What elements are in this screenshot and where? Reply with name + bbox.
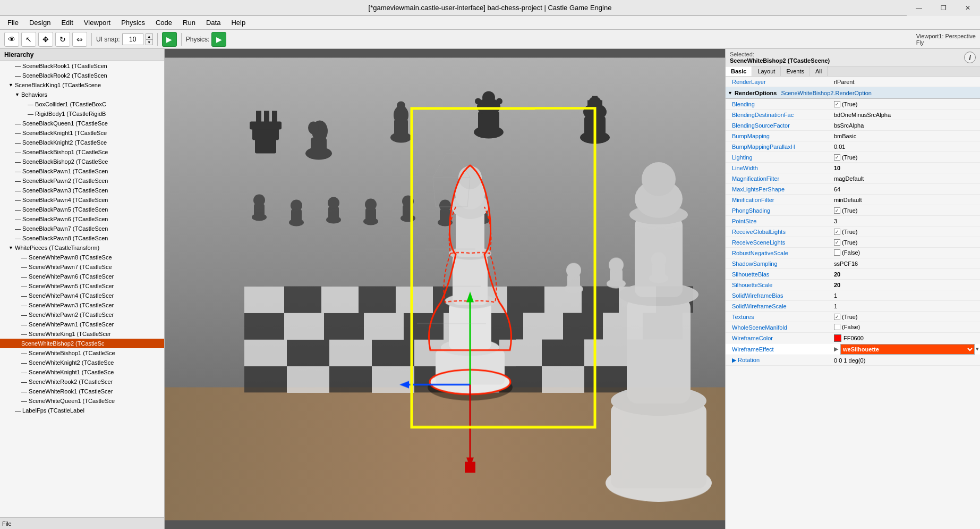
tree-item-SceneWhitePawn8[interactable]: — SceneWhitePawn8 (TCastleSce (0, 253, 164, 262)
menu-physics[interactable]: Physics (116, 17, 150, 28)
prop-bump-parallax[interactable]: BumpMappingParallaxH 0.01 (726, 141, 980, 152)
move-tool-button[interactable]: ✥ (38, 32, 53, 47)
tree-item-SceneWhitePawn4[interactable]: — SceneWhitePawn4 (TCastleScer (0, 291, 164, 300)
eye-tool-button[interactable]: 👁 (4, 32, 19, 47)
tree-item-SceneWhitePawn7[interactable]: — SceneWhitePawn7 (TCastleSce (0, 262, 164, 272)
menu-help[interactable]: Help (226, 17, 251, 28)
select-tool-button[interactable]: ↖ (21, 32, 36, 47)
prop-bump-mapping[interactable]: BumpMapping bmBasic (726, 131, 980, 141)
prop-receive-scene[interactable]: ReceiveSceneLights ✓(True) (726, 237, 980, 248)
tab-events[interactable]: Events (781, 66, 810, 76)
tree-item-SceneWhitePawn2[interactable]: — SceneWhitePawn2 (TCastleScer (0, 310, 164, 320)
prop-textures[interactable]: Textures ✓(True) (726, 312, 980, 322)
prop-min-filter[interactable]: MinificationFilter minDefault (726, 195, 980, 205)
receive-global-checkbox[interactable]: ✓ (834, 229, 840, 235)
menu-data[interactable]: Data (201, 17, 226, 28)
wireframe-color-swatch[interactable] (834, 334, 841, 342)
wireframe-effect-select[interactable]: weSilhouette weNone weSolidWireframe weW… (840, 344, 975, 355)
tree-item-BoxCollider1[interactable]: — BoxCollider1 (TCastleBoxC (0, 99, 164, 109)
tree-item-SceneBlackPawn5[interactable]: — SceneBlackPawn5 (TCastleScen (0, 205, 164, 214)
tree-item-SceneWhitePawn1[interactable]: — SceneWhitePawn1 (TCastleScer (0, 320, 164, 329)
tree-item-SceneWhitePawn5[interactable]: — SceneWhitePawn5 (TCastleScer (0, 281, 164, 291)
snap-down-btn[interactable]: ▼ (146, 39, 153, 45)
menu-file[interactable]: File (2, 17, 24, 28)
menu-edit[interactable]: Edit (56, 17, 78, 28)
close-button[interactable]: ✕ (956, 0, 980, 16)
prop-receive-global[interactable]: ReceiveGlobalLights ✓(True) (726, 226, 980, 237)
physics-play-button[interactable]: ▶ (211, 32, 226, 47)
ui-snap-input[interactable] (122, 33, 143, 45)
prop-robust-negative[interactable]: RobustNegativeScale (False) (726, 248, 980, 258)
maximize-button[interactable]: ❐ (931, 0, 956, 16)
minimize-button[interactable]: — (907, 0, 931, 16)
prop-wireframe-color[interactable]: WireframeColor FF0600 (726, 333, 980, 343)
prop-solid-wire-bias[interactable]: SolidWireframeBias 1 (726, 290, 980, 301)
tree-item-SceneBlackBishop2[interactable]: — SceneBlackBishop2 (TCastleSce (0, 157, 164, 166)
tree-item-SceneWhitePawn6[interactable]: — SceneWhitePawn6 (TCastleScer (0, 272, 164, 281)
tree-item-SceneWhiteBishop1[interactable]: — SceneWhiteBishop1 (TCastleSce (0, 348, 164, 358)
props-content[interactable]: RenderLayer rlParent ▼ RenderOptions Sce… (726, 77, 980, 529)
tree-item-SceneBlackPawn3[interactable]: — SceneBlackPawn3 (TCastleScen (0, 186, 164, 195)
tree-item-SceneBlackKnight2[interactable]: — SceneBlackKnight2 (TCastleSce (0, 138, 164, 147)
tree-item-SceneBlackKing1[interactable]: ▼ SceneBlackKing1 (TCastleScene (0, 80, 164, 90)
prop-whole-scene[interactable]: WholeSceneManifold (False) (726, 322, 980, 333)
menu-code[interactable]: Code (150, 17, 177, 28)
prop-wireframe-effect[interactable]: WireframeEffect ▶ weSilhouette weNone we… (726, 343, 980, 355)
tree-item-SceneBlackKnight1[interactable]: — SceneBlackKnight1 (TCastleSce (0, 128, 164, 138)
prop-point-size[interactable]: PointSize 3 (726, 216, 980, 226)
prop-line-width[interactable]: LineWidth 10 (726, 163, 980, 173)
tree-item-WhitePieces[interactable]: ▼ WhitePieces (TCastleTransform) (0, 243, 164, 253)
tree-item-SceneBlackPawn7[interactable]: — SceneBlackPawn7 (TCastleScen (0, 224, 164, 233)
tree-item-SceneWhiteBishop2[interactable]: SceneWhiteBishop2 (TCastleSc (0, 339, 164, 348)
prop-phong[interactable]: PhongShading ✓(True) (726, 205, 980, 216)
tree-item-SceneBlackRook1[interactable]: — SceneBlackRook1 (TCastleScen (0, 61, 164, 71)
lighting-checkbox[interactable]: ✓ (834, 154, 840, 161)
prop-blending[interactable]: Blending ✓(True) (726, 99, 980, 110)
wireframe-dropdown-arrow[interactable]: ▾ (975, 346, 980, 352)
prop-max-lights[interactable]: MaxLightsPerShape 64 (726, 184, 980, 195)
prop-shadow-sampling[interactable]: ShadowSampling ssPCF16 (726, 258, 980, 269)
prop-blending-dest[interactable]: BlendingDestinationFac bdOneMinusSrcAlph… (726, 110, 980, 120)
snap-up-btn[interactable]: ▲ (146, 33, 153, 39)
tree-item-SceneBlackPawn1[interactable]: — SceneBlackPawn1 (TCastleScen (0, 166, 164, 176)
prop-blending-src[interactable]: BlendingSourceFactor bsSrcAlpha (726, 120, 980, 131)
rotate-tool-button[interactable]: ↻ (55, 32, 70, 47)
tree-item-SceneBlackPawn4[interactable]: — SceneBlackPawn4 (TCastleScen (0, 195, 164, 205)
tree-item-SceneWhiteRook1[interactable]: — SceneWhiteRook1 (TCastleScer (0, 387, 164, 396)
prop-silhouette-bias[interactable]: SilhouetteBias 20 (726, 269, 980, 280)
prop-solid-wire-scale[interactable]: SolidWireframeScale 1 (726, 301, 980, 312)
menu-run[interactable]: Run (177, 17, 201, 28)
tree-item-SceneWhitePawn3[interactable]: — SceneWhitePawn3 (TCastleScer (0, 300, 164, 310)
scale-tool-button[interactable]: ⇔ (72, 32, 87, 47)
prop-rotation[interactable]: ▶ Rotation 0 0 1 deg(0) (726, 355, 980, 366)
tree-item-SceneBlackBishop1[interactable]: — SceneBlackBishop1 (TCastleSce (0, 147, 164, 157)
tree-item-SceneWhiteKing1[interactable]: — SceneWhiteKing1 (TCastleScer (0, 329, 164, 339)
hierarchy-tree[interactable]: — SceneBlackRook1 (TCastleScen — SceneBl… (0, 61, 164, 517)
blending-checkbox[interactable]: ✓ (834, 101, 840, 107)
wireframe-expand-icon[interactable]: ▶ (832, 346, 840, 352)
prop-silhouette-scale[interactable]: SilhouetteScale 20 (726, 280, 980, 290)
tree-item-SceneWhiteKnight1[interactable]: — SceneWhiteKnight1 (TCastleSce (0, 367, 164, 377)
textures-checkbox[interactable]: ✓ (834, 314, 840, 320)
info-button[interactable]: i (964, 52, 976, 63)
tab-all[interactable]: All (810, 66, 828, 76)
tab-basic[interactable]: Basic (726, 66, 752, 76)
tree-item-SceneBlackQueen1[interactable]: — SceneBlackQueen1 (TCastleSce (0, 119, 164, 128)
whole-scene-checkbox[interactable] (834, 324, 840, 330)
prop-render-layer[interactable]: RenderLayer rlParent (726, 77, 980, 87)
tree-item-SceneWhiteKnight2[interactable]: — SceneWhiteKnight2 (TCastleSce (0, 358, 164, 367)
prop-group-render-options[interactable]: ▼ RenderOptions SceneWhiteBishop2.Render… (726, 87, 980, 99)
phong-checkbox[interactable]: ✓ (834, 207, 840, 214)
robust-negative-checkbox[interactable] (834, 249, 840, 256)
prop-lighting[interactable]: Lighting ✓(True) (726, 152, 980, 163)
menu-viewport[interactable]: Viewport (79, 17, 116, 28)
receive-scene-checkbox[interactable]: ✓ (834, 239, 840, 246)
tree-item-SceneBlackPawn8[interactable]: — SceneBlackPawn8 (TCastleScen (0, 233, 164, 243)
tree-item-SceneBlackPawn6[interactable]: — SceneBlackPawn6 (TCastleScen (0, 214, 164, 224)
ui-snap-spinbox[interactable]: ▲ ▼ (146, 33, 153, 45)
tree-item-Behaviors[interactable]: ▼ Behaviors (0, 90, 164, 99)
tree-item-LabelFps[interactable]: — LabelFps (TCastleLabel (0, 406, 164, 415)
viewport-canvas[interactable] (165, 49, 725, 529)
tree-item-RigidBody1[interactable]: — RigidBody1 (TCastleRigidB (0, 109, 164, 119)
prop-mag-filter[interactable]: MagnificationFilter magDefault (726, 173, 980, 184)
